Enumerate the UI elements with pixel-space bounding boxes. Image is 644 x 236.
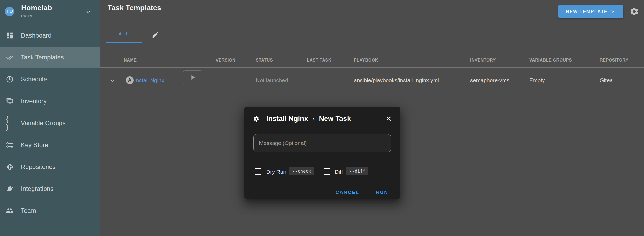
- account-multiple-icon: [6, 207, 14, 215]
- sidebar-item-schedule[interactable]: Schedule: [0, 69, 100, 90]
- dry-run-checkbox[interactable]: [255, 168, 261, 175]
- sidebar-item-label: Variable Groups: [21, 119, 66, 127]
- tab-all[interactable]: ALL: [106, 26, 142, 42]
- settings-gear-icon[interactable]: [630, 7, 639, 16]
- new-task-dialog: Install Nginx New Task Dry Run --check D…: [244, 107, 400, 199]
- check-all-icon: [6, 53, 14, 61]
- chevron-right-icon: [310, 116, 317, 123]
- message-input[interactable]: [253, 134, 391, 152]
- run-task-play-button[interactable]: [183, 70, 202, 84]
- diff-label: Diff: [335, 169, 343, 175]
- column-header-status: STATUS: [256, 58, 273, 63]
- sidebar-item-label: Task Templates: [21, 54, 64, 61]
- braces-icon: { }: [6, 119, 14, 127]
- new-template-button[interactable]: NEW TEMPLATE: [558, 5, 623, 18]
- monitor-multiple-icon: [6, 97, 14, 105]
- row-inventory: semaphore-vms: [470, 77, 510, 83]
- new-template-label: NEW TEMPLATE: [566, 9, 608, 14]
- plug-icon: [6, 185, 14, 193]
- sidebar-item-label: Integrations: [21, 185, 53, 192]
- dry-run-flag-chip: --check: [289, 167, 314, 175]
- cancel-button[interactable]: CANCEL: [336, 190, 359, 195]
- row-repository: Gitea: [600, 77, 613, 83]
- column-header-inventory: INVENTORY: [470, 58, 496, 63]
- diff-flag-chip: --diff: [346, 167, 368, 175]
- ansible-app-icon: A: [126, 76, 134, 84]
- project-switcher[interactable]: HO Homelab owner: [0, 0, 100, 23]
- divider: [100, 43, 644, 43]
- dialog-title-suffix: New Task: [319, 115, 351, 123]
- semaphore-app: HO Homelab owner Dashboard Task Template…: [0, 0, 644, 236]
- column-header-version: VERSION: [216, 58, 236, 63]
- sidebar-item-key-store[interactable]: Key Store: [0, 135, 100, 155]
- sidebar-item-label: Team: [21, 207, 36, 214]
- divider: [100, 67, 644, 68]
- sidebar-item-integrations[interactable]: Integrations: [0, 178, 100, 199]
- column-header-last-task: LAST TASK: [307, 58, 331, 63]
- diff-checkbox[interactable]: [324, 168, 330, 175]
- row-version: —: [216, 77, 221, 83]
- sidebar-item-label: Schedule: [21, 76, 47, 83]
- close-icon[interactable]: [385, 115, 392, 122]
- page-title: Task Templates: [108, 4, 161, 12]
- dry-run-label: Dry Run: [266, 169, 286, 175]
- view-dashboard-icon: [6, 32, 14, 39]
- sidebar-item-task-templates[interactable]: Task Templates: [0, 47, 100, 68]
- column-header-repository: REPOSITORY: [600, 58, 628, 63]
- sidebar-item-variable-groups[interactable]: { } Variable Groups: [0, 113, 100, 134]
- sidebar: HO Homelab owner Dashboard Task Template…: [0, 0, 100, 236]
- sidebar-item-team[interactable]: Team: [0, 200, 100, 221]
- gear-icon: [253, 116, 259, 122]
- row-status: Not launched: [256, 77, 288, 83]
- sidebar-item-label: Repositories: [21, 163, 55, 171]
- dialog-actions: CANCEL RUN: [336, 190, 388, 195]
- expand-row-chevron-icon[interactable]: [109, 77, 116, 84]
- row-variable-groups: Empty: [529, 77, 545, 83]
- sidebar-item-label: Dashboard: [21, 32, 51, 39]
- column-header-name: NAME: [124, 58, 137, 63]
- clock-icon: [6, 75, 14, 83]
- chevron-down-icon: [610, 8, 616, 15]
- dialog-template-name: Install Nginx: [266, 115, 308, 123]
- chevron-down-icon: [85, 9, 92, 16]
- run-button[interactable]: RUN: [376, 190, 388, 195]
- template-name-link[interactable]: Install Nginx: [134, 77, 164, 83]
- column-header-playbook: PLAYBOOK: [354, 58, 378, 63]
- git-icon: [6, 163, 14, 171]
- sidebar-item-label: Inventory: [21, 98, 47, 105]
- sidebar-item-label: Key Store: [21, 141, 48, 149]
- edit-views-pencil-icon[interactable]: [152, 31, 159, 39]
- dialog-title: Install Nginx New Task: [266, 115, 351, 123]
- project-role: owner: [21, 14, 33, 18]
- key-chain-icon: [6, 141, 14, 149]
- sidebar-item-inventory[interactable]: Inventory: [0, 91, 100, 112]
- row-playbook: ansible/playbooks/install_nginx.yml: [354, 77, 439, 83]
- column-header-variable-groups: VARIABLE GROUPS: [529, 58, 572, 63]
- sidebar-item-dashboard[interactable]: Dashboard: [0, 25, 100, 46]
- project-name: Homelab: [21, 4, 52, 12]
- sidebar-item-repositories[interactable]: Repositories: [0, 156, 100, 177]
- avatar: HO: [5, 7, 14, 16]
